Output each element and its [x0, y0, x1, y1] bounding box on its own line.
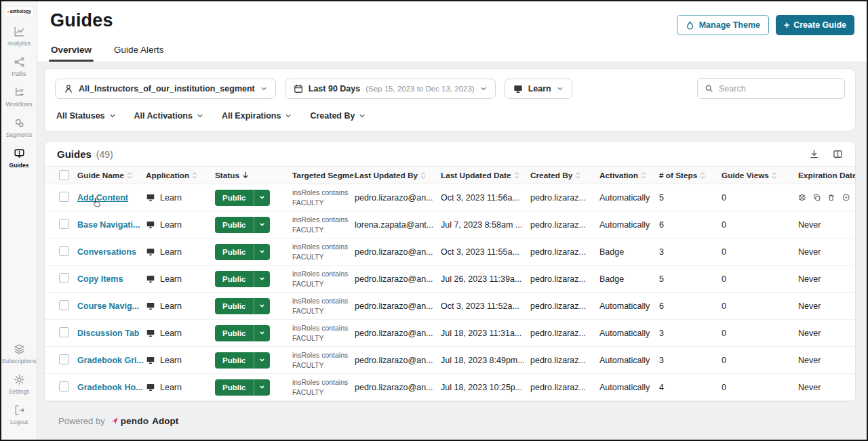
guide-name-link[interactable]: Copy Items — [77, 274, 123, 284]
guide-name-link[interactable]: Conversations — [77, 247, 136, 257]
activation: Automatically — [599, 329, 659, 338]
targeted-segment: insRoles containsFACULTY — [292, 323, 355, 342]
table-row: Copy Items Learn Public insRoles contain… — [45, 266, 855, 293]
expiration: Never — [798, 356, 855, 365]
col-activation[interactable]: Activation — [599, 171, 659, 180]
search-input[interactable] — [719, 84, 837, 93]
sort-icon — [514, 171, 519, 180]
row-checkbox[interactable] — [59, 354, 69, 364]
col-last-updated-date[interactable]: Last Updated Date — [441, 171, 530, 180]
status-badge-dropdown[interactable]: Public — [215, 379, 270, 396]
table-row: Gradebook Ho... Learn Public insRoles co… — [45, 374, 855, 401]
monitor-icon — [146, 274, 155, 283]
all-expirations-dropdown[interactable]: All Expirations — [222, 111, 292, 121]
sidebar-item-workflows[interactable]: Workflows — [1, 86, 37, 108]
row-checkbox[interactable] — [59, 273, 69, 283]
last-updated-date: Jul 26, 2023 11:39a... — [441, 274, 530, 284]
copy-icon[interactable] — [813, 193, 821, 202]
guide-name-link[interactable]: Discussion Tab — [77, 329, 139, 338]
activation: Automatically — [599, 356, 659, 365]
sidebar-item-segments[interactable]: Segments — [1, 117, 37, 138]
sidebar-item-paths[interactable]: Paths — [1, 56, 37, 77]
all-statuses-dropdown[interactable]: All Statuses — [56, 111, 116, 121]
sort-icon — [575, 171, 580, 180]
filter-row-secondary: All Statuses All Activations All Expirat… — [56, 111, 844, 121]
guide-name-link[interactable]: Gradebook Ho... — [77, 383, 143, 392]
last-updated-date: Oct 3, 2023 11:52a... — [441, 301, 530, 311]
steps-count: 3 — [659, 247, 722, 257]
col-application[interactable]: Application — [146, 171, 215, 180]
col-guide-name[interactable]: Guide Name — [77, 171, 146, 180]
columns-icon[interactable] — [833, 149, 843, 159]
play-circle-icon[interactable] — [842, 193, 850, 202]
guide-views: 0 — [722, 193, 798, 203]
guide-name-link[interactable]: Base Navigati... — [77, 220, 140, 230]
status-badge-dropdown[interactable]: Public — [215, 325, 270, 341]
row-checkbox[interactable] — [59, 246, 69, 256]
segment-dropdown[interactable]: All_Instructors_of_our_institution_segme… — [55, 79, 276, 99]
row-checkbox[interactable] — [59, 219, 69, 229]
col-guide-views[interactable]: Guide Views — [722, 171, 798, 180]
table-row: Gradebook Gri... Learn Public insRoles c… — [45, 347, 855, 374]
sidebar: ● anthology Analytics Paths Workflows Se… — [1, 1, 37, 440]
status-badge-dropdown[interactable]: Public — [215, 298, 270, 314]
status-badge-dropdown[interactable]: Public — [215, 244, 270, 260]
all-activations-dropdown[interactable]: All Activations — [134, 111, 203, 121]
sidebar-item-logout[interactable]: Logout — [1, 404, 37, 425]
steps-count: 3 — [659, 329, 722, 338]
activation: Automatically — [599, 193, 659, 203]
guide-name-link[interactable]: Add Content — [77, 193, 128, 203]
guide-views: 0 — [722, 247, 798, 257]
create-guide-button[interactable]: + Create Guide — [776, 15, 854, 35]
anthology-logo: ● anthology — [4, 6, 34, 16]
chevron-down-icon — [260, 85, 267, 92]
created-by: pedro.lizaraz... — [530, 274, 599, 284]
download-icon[interactable] — [809, 149, 819, 159]
guide-name-link[interactable]: Gradebook Gri... — [77, 356, 144, 365]
table-row: Course Navig... Learn Public insRoles co… — [45, 293, 855, 320]
col-created-by[interactable]: Created By — [530, 171, 599, 180]
col-last-updated-by[interactable]: Last Updated By — [355, 171, 441, 180]
search-icon — [705, 84, 713, 93]
expiration: Never — [798, 301, 855, 311]
expiration: Never — [798, 274, 855, 284]
calendar-icon — [294, 84, 303, 93]
row-checkbox[interactable] — [59, 300, 69, 310]
targeted-segment: insRoles containsFACULTY — [292, 215, 355, 234]
status-badge-dropdown[interactable]: Public — [215, 190, 270, 206]
col-status[interactable]: Status — [215, 171, 292, 180]
sidebar-item-analytics[interactable]: Analytics — [1, 25, 37, 47]
steps-count: 5 — [659, 193, 722, 203]
row-checkbox[interactable] — [59, 192, 69, 202]
status-badge-dropdown[interactable]: Public — [215, 217, 270, 233]
application-dropdown[interactable]: Learn — [505, 79, 572, 99]
filter-panel: All_Instructors_of_our_institution_segme… — [44, 68, 856, 131]
layers-icon — [13, 343, 26, 356]
status-badge-dropdown[interactable]: Public — [215, 352, 270, 369]
pendo-logo-icon — [111, 417, 119, 425]
sidebar-item-settings[interactable]: Settings — [1, 373, 37, 395]
sidebar-item-subscriptions[interactable]: Subscriptions — [1, 343, 37, 364]
expiration: Never — [798, 220, 855, 230]
tab-overview[interactable]: Overview — [51, 45, 92, 62]
layers-icon[interactable] — [798, 193, 806, 202]
col-steps[interactable]: # of Steps — [659, 171, 722, 180]
date-range-dropdown[interactable]: Last 90 Days (Sep 15, 2023 to Dec 13, 20… — [285, 79, 496, 99]
guide-name-link[interactable]: Course Navig... — [77, 301, 139, 311]
last-updated-by: lorena.zapata@ant... — [355, 220, 441, 230]
last-updated-by: pedro.lizarazo@an... — [355, 193, 441, 203]
chevron-down-icon — [285, 112, 292, 119]
trash-icon[interactable] — [827, 193, 835, 202]
col-targeted-segment: Targeted Segment — [292, 171, 355, 180]
status-badge-dropdown[interactable]: Public — [215, 271, 270, 287]
row-checkbox[interactable] — [59, 327, 69, 337]
row-actions — [798, 193, 855, 202]
created-by-dropdown[interactable]: Created By — [310, 111, 366, 121]
row-checkbox[interactable] — [59, 381, 69, 392]
manage-theme-button[interactable]: Manage Theme — [677, 15, 769, 35]
sort-icon — [772, 171, 777, 180]
sidebar-item-guides[interactable]: Guides — [1, 147, 37, 169]
select-all-checkbox[interactable] — [59, 170, 69, 180]
guide-views: 0 — [722, 301, 798, 311]
tab-guide-alerts[interactable]: Guide Alerts — [114, 45, 164, 62]
